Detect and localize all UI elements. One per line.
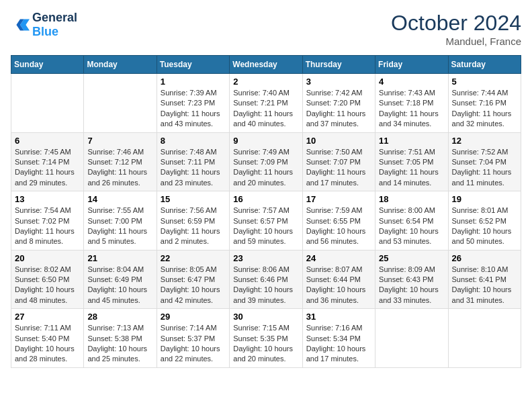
day-number: 23 [233,253,298,263]
day-info: Sunrise: 7:42 AM Sunset: 7:20 PM Dayligh… [306,88,371,130]
day-number: 7 [87,136,152,146]
day-info: Sunrise: 8:07 AM Sunset: 6:44 PM Dayligh… [306,265,371,306]
calendar-cell: 28Sunrise: 7:13 AM Sunset: 5:38 PM Dayli… [84,309,157,368]
calendar-cell: 3Sunrise: 7:42 AM Sunset: 7:20 PM Daylig… [302,74,375,133]
day-info: Sunrise: 7:48 AM Sunset: 7:11 PM Dayligh… [161,147,226,189]
location: Manduel, France [391,36,521,47]
calendar-cell: 2Sunrise: 7:40 AM Sunset: 7:21 PM Daylig… [230,74,302,133]
header-saturday: Saturday [448,56,521,74]
day-info: Sunrise: 7:55 AM Sunset: 7:00 PM Dayligh… [87,205,152,247]
day-number: 20 [15,253,80,263]
calendar-cell: 22Sunrise: 8:05 AM Sunset: 6:47 PM Dayli… [157,250,229,309]
calendar-cell: 21Sunrise: 8:04 AM Sunset: 6:49 PM Dayli… [84,250,157,309]
day-number: 6 [15,136,80,146]
calendar-cell [84,74,157,133]
day-info: Sunrise: 8:06 AM Sunset: 6:46 PM Dayligh… [233,265,298,306]
calendar-cell: 11Sunrise: 7:51 AM Sunset: 7:05 PM Dayli… [375,132,448,191]
day-number: 15 [161,194,226,204]
calendar-cell: 29Sunrise: 7:14 AM Sunset: 5:37 PM Dayli… [157,309,229,368]
calendar-cell: 16Sunrise: 7:57 AM Sunset: 6:57 PM Dayli… [230,191,302,250]
day-info: Sunrise: 7:59 AM Sunset: 6:55 PM Dayligh… [306,205,371,247]
month-title: October 2024 [391,11,521,36]
day-number: 19 [452,194,517,204]
header-thursday: Thursday [302,56,375,74]
week-row-5: 27Sunrise: 7:11 AM Sunset: 5:40 PM Dayli… [11,309,521,368]
day-number: 31 [306,312,371,322]
day-number: 21 [87,253,152,263]
week-row-4: 20Sunrise: 8:02 AM Sunset: 6:50 PM Dayli… [11,250,521,309]
header-friday: Friday [375,56,448,74]
logo: General Blue [11,11,77,39]
day-number: 11 [379,136,444,146]
day-info: Sunrise: 8:10 AM Sunset: 6:41 PM Dayligh… [452,265,517,306]
calendar-cell: 23Sunrise: 8:06 AM Sunset: 6:46 PM Dayli… [230,250,302,309]
day-info: Sunrise: 7:51 AM Sunset: 7:05 PM Dayligh… [379,147,444,189]
calendar-cell: 20Sunrise: 8:02 AM Sunset: 6:50 PM Dayli… [11,250,84,309]
day-info: Sunrise: 7:54 AM Sunset: 7:02 PM Dayligh… [15,205,80,247]
week-row-1: 1Sunrise: 7:39 AM Sunset: 7:23 PM Daylig… [11,74,521,133]
day-info: Sunrise: 7:11 AM Sunset: 5:40 PM Dayligh… [15,323,80,365]
calendar-cell: 7Sunrise: 7:46 AM Sunset: 7:12 PM Daylig… [84,132,157,191]
day-info: Sunrise: 7:46 AM Sunset: 7:12 PM Dayligh… [87,147,152,189]
calendar-cell: 14Sunrise: 7:55 AM Sunset: 7:00 PM Dayli… [84,191,157,250]
calendar-cell: 1Sunrise: 7:39 AM Sunset: 7:23 PM Daylig… [157,74,229,133]
day-number: 8 [161,136,226,146]
calendar-cell [375,309,448,368]
day-number: 1 [161,77,226,87]
calendar-cell: 13Sunrise: 7:54 AM Sunset: 7:02 PM Dayli… [11,191,84,250]
calendar-cell: 19Sunrise: 8:01 AM Sunset: 6:52 PM Dayli… [448,191,521,250]
page-header: General Blue October 2024 Manduel, Franc… [11,11,521,47]
day-number: 13 [15,194,80,204]
day-number: 16 [233,194,298,204]
day-info: Sunrise: 7:52 AM Sunset: 7:04 PM Dayligh… [452,147,517,189]
day-info: Sunrise: 7:13 AM Sunset: 5:38 PM Dayligh… [87,323,152,365]
day-number: 10 [306,136,371,146]
calendar-table: Sunday Monday Tuesday Wednesday Thursday… [11,55,521,368]
calendar-cell: 18Sunrise: 8:00 AM Sunset: 6:54 PM Dayli… [375,191,448,250]
calendar-header: Sunday Monday Tuesday Wednesday Thursday… [11,56,521,74]
day-info: Sunrise: 7:50 AM Sunset: 7:07 PM Dayligh… [306,147,371,189]
day-info: Sunrise: 7:39 AM Sunset: 7:23 PM Dayligh… [161,88,226,130]
calendar-cell [11,74,84,133]
day-number: 5 [452,77,517,87]
day-number: 17 [306,194,371,204]
day-info: Sunrise: 8:05 AM Sunset: 6:47 PM Dayligh… [161,265,226,306]
logo-icon [11,15,30,34]
calendar-cell: 30Sunrise: 7:15 AM Sunset: 5:35 PM Dayli… [230,309,302,368]
day-info: Sunrise: 7:15 AM Sunset: 5:35 PM Dayligh… [233,323,298,365]
calendar-cell: 31Sunrise: 7:16 AM Sunset: 5:34 PM Dayli… [302,309,375,368]
day-number: 22 [161,253,226,263]
header-tuesday: Tuesday [157,56,229,74]
day-number: 14 [87,194,152,204]
header-row: Sunday Monday Tuesday Wednesday Thursday… [11,56,521,74]
day-info: Sunrise: 7:49 AM Sunset: 7:09 PM Dayligh… [233,147,298,189]
day-info: Sunrise: 7:56 AM Sunset: 6:59 PM Dayligh… [161,205,226,247]
day-number: 28 [87,312,152,322]
header-wednesday: Wednesday [230,56,302,74]
calendar-cell: 26Sunrise: 8:10 AM Sunset: 6:41 PM Dayli… [448,250,521,309]
logo-general: General [32,11,77,25]
day-number: 27 [15,312,80,322]
calendar-cell [448,309,521,368]
day-info: Sunrise: 7:40 AM Sunset: 7:21 PM Dayligh… [233,88,298,130]
logo-blue: Blue [32,25,77,39]
header-monday: Monday [84,56,157,74]
day-number: 29 [161,312,226,322]
day-info: Sunrise: 8:09 AM Sunset: 6:43 PM Dayligh… [379,265,444,306]
calendar-cell: 9Sunrise: 7:49 AM Sunset: 7:09 PM Daylig… [230,132,302,191]
day-info: Sunrise: 7:43 AM Sunset: 7:18 PM Dayligh… [379,88,444,130]
day-number: 25 [379,253,444,263]
calendar-cell: 17Sunrise: 7:59 AM Sunset: 6:55 PM Dayli… [302,191,375,250]
day-info: Sunrise: 7:44 AM Sunset: 7:16 PM Dayligh… [452,88,517,130]
day-info: Sunrise: 8:04 AM Sunset: 6:49 PM Dayligh… [87,265,152,306]
day-number: 24 [306,253,371,263]
calendar-cell: 4Sunrise: 7:43 AM Sunset: 7:18 PM Daylig… [375,74,448,133]
title-block: October 2024 Manduel, France [391,11,521,47]
day-number: 2 [233,77,298,87]
header-sunday: Sunday [11,56,84,74]
calendar-cell: 25Sunrise: 8:09 AM Sunset: 6:43 PM Dayli… [375,250,448,309]
day-number: 9 [233,136,298,146]
day-info: Sunrise: 7:16 AM Sunset: 5:34 PM Dayligh… [306,323,371,365]
calendar-cell: 12Sunrise: 7:52 AM Sunset: 7:04 PM Dayli… [448,132,521,191]
day-info: Sunrise: 8:02 AM Sunset: 6:50 PM Dayligh… [15,265,80,306]
